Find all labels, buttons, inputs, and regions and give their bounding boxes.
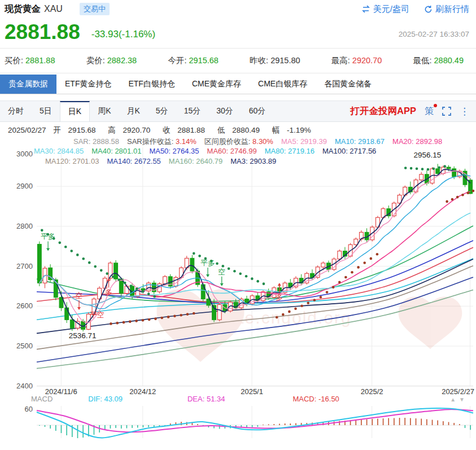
svg-text:空: 空 xyxy=(218,268,225,276)
refresh-label: 刷新行情 xyxy=(435,4,469,15)
quote-label: 卖价: xyxy=(86,56,105,65)
top-header: 现货黄金 XAU 交易中 美元/盎司 刷新行情 xyxy=(0,0,476,18)
quote-value: 2920.70 xyxy=(352,56,382,65)
tab-各国黄金储备[interactable]: 各国黄金储备 xyxy=(316,75,380,94)
timeframe-5分[interactable]: 5分 xyxy=(148,101,176,121)
svg-text:2900: 2900 xyxy=(16,182,33,190)
indicator-value: 3.14% xyxy=(176,137,196,146)
swap-arrows-icon xyxy=(361,5,370,13)
quote-item: 卖价:2882.38 xyxy=(86,55,137,66)
indicator-value: 2919.39 xyxy=(300,137,327,146)
quote-item: 今开:2915.68 xyxy=(168,55,218,66)
svg-text:2500: 2500 xyxy=(16,342,33,350)
ohlc-date: 2025/02/27 xyxy=(8,126,46,134)
indicator-item: MA10: 2918.67 xyxy=(335,137,385,146)
svg-text:2700: 2700 xyxy=(16,262,33,270)
indicator-item: SAR: 2888.58 xyxy=(73,137,119,146)
indicator-value: 2801.01 xyxy=(115,147,141,155)
timeframe-月K[interactable]: 月K xyxy=(119,101,147,121)
chart-area: 3000290028002700260025002400quote.cngold… xyxy=(0,122,476,439)
quote-label: 最高: xyxy=(331,56,350,65)
quote-value: 2882.38 xyxy=(107,56,137,65)
macd-indicator-row: MACDDIF: 43.09DEA: 51.34MACD: -16.50 xyxy=(31,395,339,403)
quote-value: 2915.80 xyxy=(270,56,300,65)
macd-item: MACD: -16.50 xyxy=(292,395,339,403)
timeframe-60分[interactable]: 60分 xyxy=(241,101,274,121)
tab-CME白银库存[interactable]: CME白银库存 xyxy=(250,75,316,94)
instrument-title: 现货黄金 xyxy=(5,3,41,15)
indicator-label: 区间股价收益: xyxy=(204,137,252,146)
indicator-value: 2903.89 xyxy=(250,157,276,165)
indicator-value: 2764.35 xyxy=(173,147,199,155)
indicator-value: 2746.99 xyxy=(230,147,257,155)
refresh-quotes-button[interactable]: 刷新行情 xyxy=(424,4,469,15)
svg-text:多: 多 xyxy=(276,293,283,302)
svg-text:2800: 2800 xyxy=(16,222,33,230)
ohlc-low: 低 2880.49 xyxy=(217,126,265,134)
indicator-item: MA20: 2892.98 xyxy=(392,137,442,146)
indicator-value: 2640.79 xyxy=(196,157,222,165)
timeframe-周K[interactable]: 周K xyxy=(90,101,119,121)
indicator-item: MA40: 2801.01 xyxy=(91,147,141,155)
indicator-value: 2892.98 xyxy=(416,137,442,146)
svg-text:2400: 2400 xyxy=(16,382,33,390)
indicator-value: 2672.55 xyxy=(134,157,161,165)
svg-text:空: 空 xyxy=(75,291,82,300)
timeframe-分时[interactable]: 分时 xyxy=(0,101,32,121)
indicator-item: MA3: 2903.89 xyxy=(230,157,276,165)
indicator-row-3: MA120: 2701.03MA140: 2672.55MA160: 2640.… xyxy=(45,157,284,165)
strategy-button[interactable]: 策 xyxy=(425,106,434,117)
indicator-item: MA50: 2764.35 xyxy=(149,147,199,155)
timeframe-5日[interactable]: 5日 xyxy=(32,101,60,121)
macd-name: MACD xyxy=(31,395,53,403)
fullscreen-icon[interactable] xyxy=(442,107,451,116)
more-menu-button[interactable]: ⋮ xyxy=(460,106,469,117)
macd-values: DIF: 43.09DEA: 51.34MACD: -16.50 xyxy=(88,395,339,403)
indicator-label: MA80: xyxy=(265,147,288,155)
quote-label: 今开: xyxy=(168,56,186,65)
quote-item: 最低:2880.49 xyxy=(413,55,464,66)
tab-贵金属数据[interactable]: 贵金属数据 xyxy=(0,75,56,94)
instrument-symbol: XAU xyxy=(44,4,63,14)
open-app-link[interactable]: 打开金投网APP xyxy=(351,105,416,117)
timeframe-bar: 分时5日日K周K月K5分15分30分60分 打开金投网APP 策 ⋮ xyxy=(0,101,476,122)
indicator-row-2: MA30: 2844.85MA40: 2801.01MA50: 2764.35M… xyxy=(34,147,384,155)
indicator-item: 区间股价收益: 8.30% xyxy=(204,137,273,146)
indicator-label: MA30: xyxy=(34,147,57,155)
timeframe-30分[interactable]: 30分 xyxy=(208,101,241,121)
svg-text:60: 60 xyxy=(25,405,33,413)
indicator-item: MA5: 2919.39 xyxy=(281,137,327,146)
indicator-label: MA10: xyxy=(335,137,358,146)
ohlc-open: 开 2915.68 xyxy=(53,126,101,134)
indicator-pager-buttons[interactable]: ▲▼ xyxy=(450,396,468,403)
price-change: -33.93(-1.16%) xyxy=(91,29,155,40)
tab-ETF黄金持仓[interactable]: ETF黄金持仓 xyxy=(56,75,120,94)
svg-text:平多: 平多 xyxy=(200,259,215,267)
indicator-label: SAR操作收益: xyxy=(127,137,176,146)
macd-item: DEA: 51.34 xyxy=(187,395,225,403)
timeframe-日K[interactable]: 日K xyxy=(60,101,90,121)
svg-text:2025/2: 2025/2 xyxy=(361,387,383,396)
indicator-label: MA5: xyxy=(281,137,300,146)
indicator-label: MA120: xyxy=(45,157,72,165)
indicator-item: MA120: 2701.03 xyxy=(45,157,99,165)
unit-label: 美元/盎司 xyxy=(373,4,409,15)
tab-CME黄金库存[interactable]: CME黄金库存 xyxy=(184,75,250,94)
tab-ETF白银持仓[interactable]: ETF白银持仓 xyxy=(120,75,183,94)
unit-switch-button[interactable]: 美元/盎司 xyxy=(361,4,409,15)
notification-dot xyxy=(434,104,437,107)
indicator-label: MA3: xyxy=(230,157,250,165)
candlestick-chart[interactable]: 3000290028002700260025002400quote.cngold… xyxy=(0,122,476,439)
indicator-label: SAR: xyxy=(73,137,93,146)
trading-status-badge: 交易中 xyxy=(80,3,110,15)
indicator-label: MA40: xyxy=(91,147,115,155)
timeframe-15分[interactable]: 15分 xyxy=(176,101,209,121)
quote-value: 2881.88 xyxy=(25,56,55,65)
macd-item: DIF: 43.09 xyxy=(88,395,123,403)
svg-text:平多: 平多 xyxy=(41,232,55,241)
indicator-item: SAR操作收益: 3.14% xyxy=(127,137,196,146)
indicator-value: 2719.16 xyxy=(288,147,315,155)
refresh-icon xyxy=(424,5,433,14)
strategy-label: 策 xyxy=(425,106,434,116)
price-panel: 2881.88 -33.93(-1.16%) 2025-02-27 16:33:… xyxy=(0,18,476,49)
